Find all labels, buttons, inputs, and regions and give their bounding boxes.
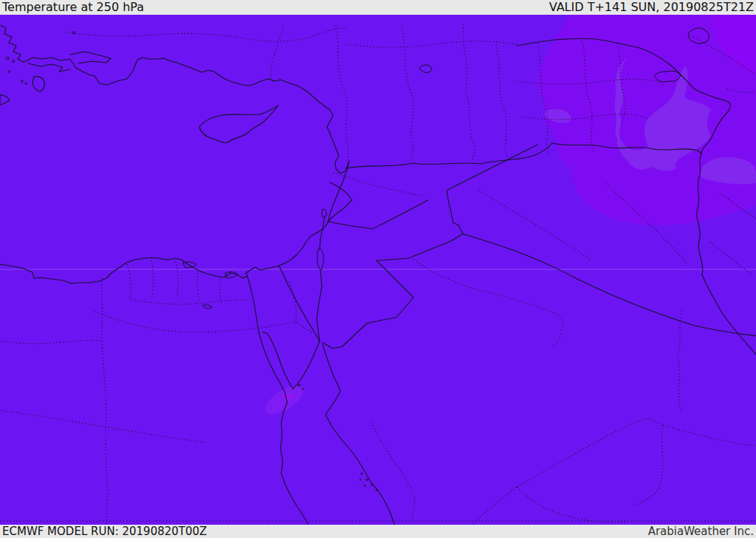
model-run-label: ECMWF MODEL RUN: 20190820T00Z [2,525,207,538]
footer-bar: ECMWF MODEL RUN: 20190820T00Z ArabiaWeat… [0,525,756,538]
weather-map [0,0,756,538]
header-bar: Temperature at 250 hPa VALID T+141 SUN, … [0,0,756,15]
weather-map-screen: Temperature at 250 hPa VALID T+141 SUN, … [0,0,756,538]
valid-time-label: VALID T+141 SUN, 20190825T21Z [549,0,754,15]
provider-label: ArabiaWeather Inc. [648,525,754,538]
map-title: Temperature at 250 hPa [2,0,144,15]
field-hot-spot [292,395,294,397]
field-hot-spot [279,404,281,406]
